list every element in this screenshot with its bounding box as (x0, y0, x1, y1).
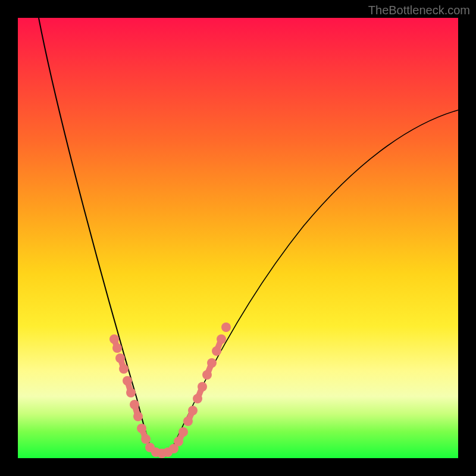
svg-point-32 (202, 370, 212, 380)
svg-point-5 (119, 364, 129, 374)
svg-point-8 (126, 388, 136, 397)
svg-point-36 (217, 334, 226, 344)
bead-string (109, 322, 231, 458)
plot-area (18, 18, 458, 458)
svg-point-27 (188, 406, 198, 415)
svg-point-29 (193, 394, 202, 403)
bottleneck-curve (18, 18, 458, 458)
svg-point-13 (137, 424, 146, 433)
svg-point-14 (141, 434, 151, 444)
svg-point-2 (112, 343, 122, 353)
curve-left-branch (39, 18, 152, 450)
svg-point-10 (130, 400, 139, 409)
curve-right-branch (171, 110, 458, 450)
chart-frame: TheBottleneck.com (0, 0, 476, 476)
svg-point-30 (198, 382, 207, 392)
svg-point-26 (183, 416, 193, 426)
watermark-text: TheBottleneck.com (368, 4, 470, 17)
svg-point-37 (221, 322, 231, 332)
svg-point-35 (212, 346, 221, 356)
svg-point-23 (174, 437, 183, 446)
svg-point-7 (123, 376, 132, 386)
svg-point-1 (109, 334, 119, 344)
svg-point-33 (207, 358, 217, 368)
svg-point-4 (115, 353, 125, 363)
svg-point-11 (133, 412, 143, 421)
svg-point-24 (178, 427, 188, 437)
